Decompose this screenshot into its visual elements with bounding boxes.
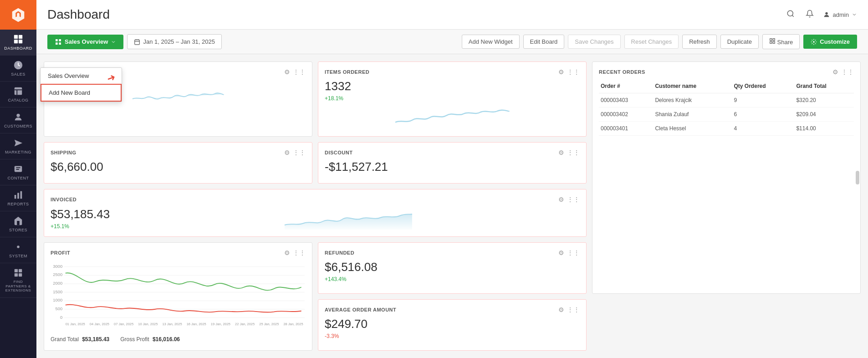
grid-icon[interactable]: ⋮⋮ xyxy=(567,149,580,156)
sidebar-item-marketing[interactable]: MARKETING xyxy=(0,133,36,159)
refunded-title: REFUNDED xyxy=(325,250,354,256)
gear-icon[interactable]: ⚙ xyxy=(284,149,290,156)
gear-icon[interactable]: ⚙ xyxy=(284,249,290,256)
sidebar-item-system-label: SYSTEM xyxy=(9,254,27,258)
shipping-widget: SHIPPING ⚙ ⋮⋮ $6,660.00 xyxy=(44,142,312,183)
table-row: 000003402Shania Zulauf6$209.04 xyxy=(599,107,854,122)
svg-point-20 xyxy=(787,10,793,16)
edit-board-button[interactable]: Edit Board xyxy=(523,35,565,49)
recent-orders-widget: RECENT ORDERS ⚙ ⋮⋮ Order # Customer name… xyxy=(592,61,861,294)
shipping-header: SHIPPING ⚙ ⋮⋮ xyxy=(51,149,306,156)
gear-icon[interactable]: ⚙ xyxy=(558,68,564,76)
profit-chart: 3000 2500 2000 1500 1000 500 0 xyxy=(51,260,306,333)
discount-header: DISCOUNT ⚙ ⋮⋮ xyxy=(325,149,580,156)
dashboard-toolbar: Sales Overview Jan 1, 2025 – Jan 31, 202… xyxy=(36,30,868,54)
svg-text:3000: 3000 xyxy=(53,264,62,269)
board-dropdown-label: Sales Overview xyxy=(65,38,108,45)
sidebar-item-customers[interactable]: CUSTOMERS xyxy=(0,107,36,133)
table-row: 000003403Delores Krajcik9$320.20 xyxy=(599,93,854,107)
items-ordered-actions: ⚙ ⋮⋮ xyxy=(558,68,580,76)
search-button[interactable] xyxy=(785,8,797,22)
svg-text:10 Jan, 2025: 10 Jan, 2025 xyxy=(138,322,158,327)
svg-point-22 xyxy=(825,12,827,15)
gear-icon[interactable]: ⚙ xyxy=(558,149,564,156)
svg-rect-1 xyxy=(19,35,22,39)
svg-rect-14 xyxy=(20,191,22,199)
grid-icon[interactable]: ⋮⋮ xyxy=(293,149,306,156)
save-changes-button[interactable]: Save Changes xyxy=(568,35,620,49)
gear-icon[interactable]: ⚙ xyxy=(558,196,564,203)
refunded-widget: REFUNDED ⚙ ⋮⋮ $6,516.08 +143.4% xyxy=(318,242,587,294)
refunded-value: $6,516.08 xyxy=(325,260,580,274)
main-content: Dashboard admin Sales Overview xyxy=(36,0,868,358)
order-col-customer: Customer name xyxy=(653,79,732,93)
sales-overview-actions: ⚙ ⋮⋮ xyxy=(284,68,306,76)
grid-icon[interactable]: ⋮⋮ xyxy=(567,68,580,76)
notifications-button[interactable] xyxy=(804,8,816,22)
items-ordered-value: 1332 xyxy=(325,79,580,93)
duplicate-button[interactable]: Duplicate xyxy=(720,35,759,49)
sidebar-item-partners-label: FIND PARTNERS & EXTENSIONS xyxy=(2,280,34,293)
profit-title: PROFIT xyxy=(51,250,70,256)
refunded-actions: ⚙ ⋮⋮ xyxy=(558,249,580,256)
svg-text:1500: 1500 xyxy=(53,290,62,294)
profit-header: PROFIT ⚙ ⋮⋮ xyxy=(51,249,306,256)
gear-icon[interactable]: ⚙ xyxy=(832,68,838,76)
svg-text:22 Jan, 2025: 22 Jan, 2025 xyxy=(235,322,255,327)
discount-widget: DISCOUNT ⚙ ⋮⋮ -$11,527.21 xyxy=(318,142,587,183)
date-range-label: Jan 1, 2025 – Jan 31, 2025 xyxy=(143,38,215,45)
board-dropdown-button[interactable]: Sales Overview xyxy=(47,35,123,49)
sidebar-item-stores[interactable]: STORES xyxy=(0,211,36,237)
sidebar-logo[interactable] xyxy=(0,0,36,30)
average-order-change: -3.3% xyxy=(325,333,580,339)
sidebar-item-stores-label: STORES xyxy=(9,228,27,232)
scrollbar[interactable] xyxy=(856,171,859,184)
reset-changes-button[interactable]: Reset Changes xyxy=(624,35,679,49)
discount-title: DISCOUNT xyxy=(325,150,352,155)
page-title: Dashboard xyxy=(47,7,110,22)
gear-icon[interactable]: ⚙ xyxy=(558,249,564,256)
add-widget-button[interactable]: Add New Widget xyxy=(462,35,520,49)
sidebar-item-catalog[interactable]: CATALOG xyxy=(0,82,36,107)
svg-text:0: 0 xyxy=(60,315,62,320)
dropdown-item-add-board-label: Add New Board xyxy=(49,89,90,96)
gear-icon[interactable]: ⚙ xyxy=(284,68,290,76)
average-order-widget: AVERAGE ORDER AMOUNT ⚙ ⋮⋮ $249.70 -3.3% xyxy=(318,299,587,351)
date-range-button[interactable]: Jan 1, 2025 – Jan 31, 2025 xyxy=(127,34,222,49)
sidebar-item-partners[interactable]: FIND PARTNERS & EXTENSIONS xyxy=(0,263,36,298)
dropdown-item-add-board[interactable]: Add New Board xyxy=(41,84,122,102)
svg-point-35 xyxy=(813,41,815,43)
svg-text:2500: 2500 xyxy=(53,272,62,277)
svg-rect-2 xyxy=(14,40,18,43)
refresh-button[interactable]: Refresh xyxy=(682,35,717,49)
grid-icon[interactable]: ⋮⋮ xyxy=(293,68,306,76)
svg-rect-25 xyxy=(56,42,58,45)
svg-text:07 Jan, 2025: 07 Jan, 2025 xyxy=(114,322,133,327)
sidebar: DASHBOARD SALES CATALOG CUSTOMERS MARKET… xyxy=(0,0,36,358)
svg-rect-27 xyxy=(135,40,140,45)
svg-rect-23 xyxy=(56,39,58,41)
svg-rect-32 xyxy=(773,39,775,41)
sidebar-item-sales[interactable]: SALES xyxy=(0,56,36,82)
recent-orders-actions: ⚙ ⋮⋮ xyxy=(832,68,854,76)
sidebar-item-system[interactable]: SYSTEM xyxy=(0,237,36,263)
customize-button[interactable]: Customize xyxy=(803,35,857,49)
shipping-title: SHIPPING xyxy=(51,150,77,155)
grid-icon[interactable]: ⋮⋮ xyxy=(567,249,580,256)
svg-rect-24 xyxy=(59,39,61,41)
sidebar-item-content[interactable]: CONTENT xyxy=(0,159,36,185)
grid-icon[interactable]: ⋮⋮ xyxy=(567,196,580,203)
sidebar-item-reports[interactable]: REPORTS xyxy=(0,185,36,211)
items-ordered-change: +18.1% xyxy=(325,95,580,102)
grid-icon[interactable]: ⋮⋮ xyxy=(293,249,306,256)
items-ordered-title: ITEMS ORDERED xyxy=(325,69,369,75)
admin-menu-button[interactable]: admin xyxy=(823,11,857,18)
svg-rect-3 xyxy=(19,40,22,43)
gear-icon[interactable]: ⚙ xyxy=(558,306,564,313)
grid-icon[interactable]: ⋮⋮ xyxy=(841,68,854,76)
sidebar-item-dashboard[interactable]: DASHBOARD xyxy=(0,30,36,56)
grid-icon[interactable]: ⋮⋮ xyxy=(567,306,580,313)
table-row: 000003401Cleta Hessel4$114.00 xyxy=(599,122,854,136)
share-button[interactable]: Share xyxy=(762,34,800,49)
average-order-header: AVERAGE ORDER AMOUNT ⚙ ⋮⋮ xyxy=(325,306,580,313)
